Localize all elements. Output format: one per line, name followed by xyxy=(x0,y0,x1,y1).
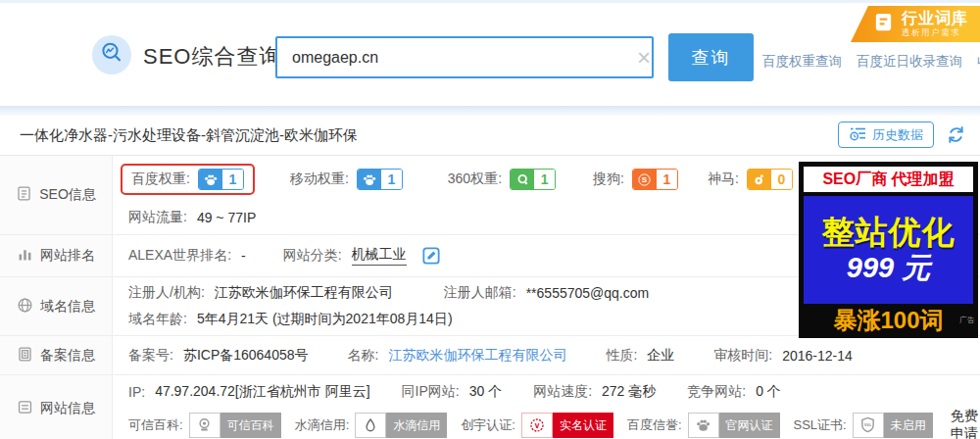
same-ip-label: 同IP网站: xyxy=(402,383,460,401)
official-site-badge[interactable]: 官网认证 xyxy=(688,413,780,438)
registrant-label: 注册人/机构: xyxy=(128,284,205,302)
sidebar-label: 网站排名 xyxy=(40,247,95,265)
traffic-label: 网站流量: xyxy=(128,209,187,226)
ssl-badge[interactable]: SSL 未启用 xyxy=(853,413,933,438)
svg-text:S: S xyxy=(642,175,648,184)
registrant-email-label: 注册人邮箱: xyxy=(444,284,516,302)
section-icp-info: 备案信息 备案号: 苏ICP备16064058号 名称: 江苏欧米伽环保工程有限… xyxy=(0,335,980,374)
document-icon xyxy=(16,185,32,205)
sidebar-item-seo-info: SEO信息 xyxy=(0,156,113,234)
refresh-button[interactable] xyxy=(946,124,966,148)
weight-label: 360权重: xyxy=(448,171,502,188)
chuangyu-cert-label: 创宇认证: xyxy=(461,416,515,434)
icp-number-value: 苏ICP备16064058号 xyxy=(183,347,309,365)
ad-price-text: 999 元 xyxy=(847,251,930,285)
header-divider-band xyxy=(0,106,980,116)
bar-chart-icon xyxy=(17,246,33,266)
registrant-value: 江苏欧米伽环保工程有限公司 xyxy=(215,284,393,302)
competitor-value: 0 个 xyxy=(756,383,781,401)
sidebar-label: 备案信息 xyxy=(40,347,95,365)
weight-value: 1 xyxy=(381,170,402,189)
baidu-weight-badge[interactable]: 1 xyxy=(198,169,244,190)
header-bar: SEO综合查询 × 查询 百度权重查询 百度近日收录查询 收录查询 行业词库 透… xyxy=(0,3,980,106)
globe-icon xyxy=(17,297,33,317)
real-name-verified-badge[interactable]: v 实名认证 xyxy=(521,413,613,438)
industry-lexicon-ribbon[interactable]: 行业词库 透析用户需求 xyxy=(851,6,980,42)
icp-name-label: 名称: xyxy=(348,347,379,365)
baidu-reputation-label: 百度信誉: xyxy=(627,416,682,434)
title-bar: 一体化净水器-污水处理设备-斜管沉淀池-欧米伽环保 历史数据 xyxy=(0,116,980,155)
shenma-weight-badge[interactable]: 0 xyxy=(747,169,793,190)
app-logo xyxy=(92,35,131,74)
section-site-info: 网站信息 IP: 47.97.204.72[浙江省杭州市 阿里云] 同IP网站:… xyxy=(0,374,980,439)
category-label: 网站分类: xyxy=(283,247,342,265)
ribbon-title: 行业词库 xyxy=(902,10,968,27)
seo-ad-banner[interactable]: SEO厂商 代理加盟 整站优化 999 元 暴涨100词 广告 xyxy=(799,162,978,338)
link-baidu-weight-query[interactable]: 百度权重查询 xyxy=(762,53,842,71)
lexicon-doc-icon xyxy=(872,11,895,37)
water-drop-icon xyxy=(355,413,386,438)
domain-age-label: 域名年龄: xyxy=(128,311,187,328)
ip-label: IP: xyxy=(128,384,145,400)
certificate-icon xyxy=(17,346,33,366)
ad-tag: 广告 xyxy=(959,304,975,336)
alexa-label: ALEXA世界排名: xyxy=(128,247,231,265)
weight-label: 移动权重: xyxy=(290,171,349,188)
sogou-weight-badge[interactable]: S 1 xyxy=(632,169,678,190)
ssl-cert-label: SSL证书: xyxy=(794,416,847,434)
sidebar-label: 域名信息 xyxy=(40,298,95,316)
history-list-clock-icon xyxy=(849,126,867,144)
cert-badge-label: 水滴信用 xyxy=(386,413,447,438)
history-data-button[interactable]: 历史数据 xyxy=(838,122,934,148)
link-baidu-recent-index-query[interactable]: 百度近日收录查询 xyxy=(857,53,962,71)
shuidi-credit-badge[interactable]: 水滴信用 xyxy=(355,413,447,438)
medal-icon xyxy=(189,413,220,438)
sidebar-item-site-info: 网站信息 xyxy=(0,375,113,439)
weight-value: 1 xyxy=(657,170,677,189)
ip-row: IP: 47.97.204.72[浙江省杭州市 阿里云] 同IP网站: 30 个… xyxy=(121,376,980,409)
baidu-paw-icon xyxy=(358,170,381,189)
site-speed-value: 272 毫秒 xyxy=(602,383,656,401)
svg-text:v: v xyxy=(535,421,540,430)
ssl-shield-icon: SSL xyxy=(853,413,884,438)
qihoo-360-weight-badge[interactable]: 1 xyxy=(510,169,556,190)
ip-value: 47.97.204.72[浙江省杭州市 阿里云] xyxy=(155,383,369,401)
icp-number-label: 备案号: xyxy=(128,347,173,365)
registrant-email-value: **6555705@qq.com xyxy=(526,285,650,301)
icp-row: 备案号: 苏ICP备16064058号 名称: 江苏欧米伽环保工程有限公司 性质… xyxy=(121,336,980,374)
icp-audit-label: 审核时间: xyxy=(713,347,772,365)
icp-name-link[interactable]: 江苏欧米伽环保工程有限公司 xyxy=(388,347,566,365)
shenma-icon xyxy=(748,170,771,189)
ad-headline: SEO厂商 代理加盟 xyxy=(804,167,973,192)
magnifier-trend-icon xyxy=(99,40,125,71)
edit-category-icon[interactable] xyxy=(422,247,440,265)
ad-main-text: 整站优化 xyxy=(822,215,956,250)
weight-value: 1 xyxy=(534,170,555,189)
header-links: 百度权重查询 百度近日收录查询 收录查询 xyxy=(762,53,980,71)
traffic-value: 49 ~ 77IP xyxy=(197,210,256,225)
category-value: 机械工业 xyxy=(352,246,407,266)
cert-badge-label: 官网认证 xyxy=(719,413,780,438)
search-input[interactable] xyxy=(275,36,654,78)
qihoo-360-icon xyxy=(511,170,534,189)
free-apply-link[interactable]: 免费申请 xyxy=(951,408,980,439)
weight-label: 百度权重: xyxy=(131,171,190,188)
verified-v-icon: v xyxy=(521,413,553,438)
history-button-label: 历史数据 xyxy=(872,126,923,144)
sidebar-label: SEO信息 xyxy=(39,186,96,204)
trusted-baike-badge[interactable]: 可信百科 xyxy=(189,413,281,438)
query-button[interactable]: 查询 xyxy=(668,33,754,81)
domain-age-value: 5年4月21天 (过期时间为2021年08月14日) xyxy=(197,311,453,328)
icp-nature-value: 企业 xyxy=(647,347,674,365)
ad-bottom-text: 暴涨100词 xyxy=(833,307,943,333)
competitor-label: 竞争网站: xyxy=(687,383,746,401)
cert-badge-label: 可信百科 xyxy=(220,413,281,438)
svg-text:SSL: SSL xyxy=(864,422,872,427)
baidu-weight-highlight-box: 百度权重: 1 xyxy=(121,164,255,195)
mobile-weight-badge[interactable]: 1 xyxy=(357,169,403,190)
weight-value: 1 xyxy=(222,170,243,189)
certifications-row: 可信百科: 可信百科 水滴信用: xyxy=(121,409,980,439)
clear-input-icon[interactable]: × xyxy=(631,45,657,71)
icp-nature-label: 性质: xyxy=(606,347,637,365)
weight-label: 搜狗: xyxy=(593,171,624,188)
